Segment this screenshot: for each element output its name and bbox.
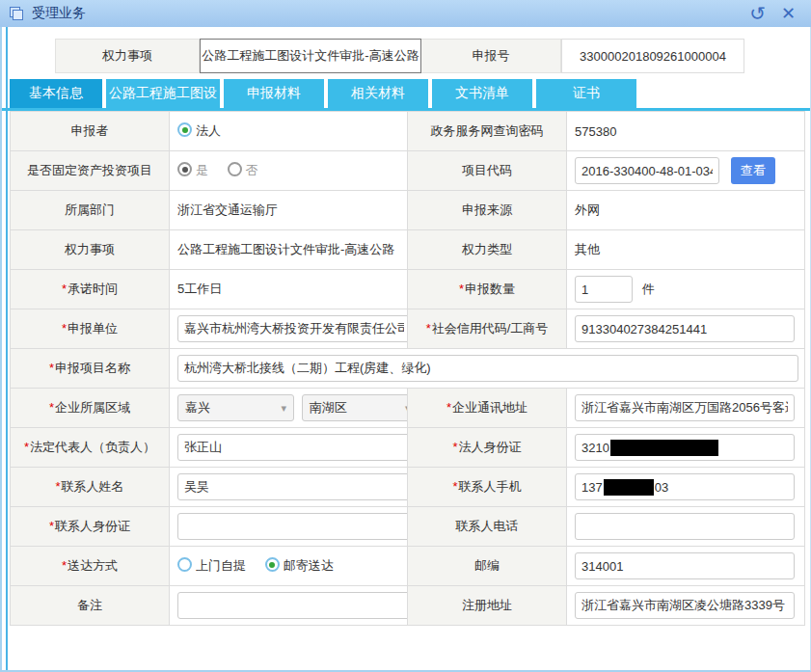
zipcode-label: 邮编 bbox=[408, 547, 567, 586]
legal-person-value bbox=[170, 428, 408, 468]
reg-address-input[interactable] bbox=[575, 592, 795, 619]
table-row: *联系人姓名 *联系人手机 13703 bbox=[11, 468, 805, 507]
remark-input[interactable] bbox=[177, 592, 408, 619]
contact-id-value bbox=[170, 507, 408, 547]
reg-address-value bbox=[567, 586, 805, 626]
table-row: *申报单位 *社会信用代码/工商号 bbox=[11, 309, 805, 349]
project-code-value: 查看 bbox=[567, 151, 805, 191]
view-button[interactable]: 查看 bbox=[731, 157, 775, 184]
table-row: 所属部门 浙江省交通运输厅 申报来源 外网 bbox=[11, 191, 805, 230]
region-district-select[interactable]: 南湖区▾ bbox=[302, 394, 408, 421]
credit-code-value bbox=[567, 309, 805, 349]
table-row: 权力事项 公路工程施工图设计文件审批-高速公路 权力类型 其他 bbox=[11, 230, 805, 270]
power-item-label: 权力事项 bbox=[11, 230, 170, 270]
contact-name-label: *联系人姓名 bbox=[11, 468, 170, 507]
contact-id-input[interactable] bbox=[177, 513, 408, 540]
table-row: *法定代表人（负责人） *法人身份证 3210 bbox=[11, 428, 805, 468]
contact-mobile-input[interactable]: 13703 bbox=[575, 473, 795, 500]
power-item-value: 公路工程施工图设计文件审批-高速公路 bbox=[170, 230, 408, 270]
legal-person-radio[interactable] bbox=[177, 122, 192, 137]
fixed-asset-yes-label: 是 bbox=[196, 163, 208, 177]
project-code-label: 项目代码 bbox=[408, 151, 567, 191]
close-icon[interactable]: ✕ bbox=[781, 4, 796, 23]
query-password-value: 575380 bbox=[567, 112, 805, 151]
department-value: 浙江省交通运输厅 bbox=[170, 191, 408, 230]
delivery-pickup-label: 上门自提 bbox=[196, 558, 246, 573]
tab-basic-info[interactable]: 基本信息 bbox=[10, 79, 102, 108]
fixed-asset-yes-radio bbox=[177, 162, 192, 176]
project-name-label: *申报项目名称 bbox=[11, 349, 170, 389]
declarant-label: 申报者 bbox=[11, 112, 170, 151]
legal-id-label: *法人身份证 bbox=[408, 428, 567, 468]
contact-id-label: *联系人身份证 bbox=[11, 507, 170, 547]
project-name-input[interactable] bbox=[177, 355, 798, 382]
legal-id-value: 3210 bbox=[567, 428, 805, 468]
contact-name-value bbox=[170, 468, 408, 507]
fixed-asset-label: 是否固定资产投资项目 bbox=[11, 151, 170, 191]
power-type-value: 其他 bbox=[567, 230, 805, 270]
project-code-input[interactable] bbox=[575, 157, 719, 184]
table-row: 申报者 法人 政务服务网查询密码 575380 bbox=[11, 112, 805, 151]
declarant-value: 法人 bbox=[170, 112, 408, 151]
delivery-mail-radio[interactable] bbox=[265, 557, 280, 572]
power-item-header-value: 公路工程施工图设计文件审批-高速公路 bbox=[200, 39, 421, 73]
delivery-pickup-radio[interactable] bbox=[177, 557, 192, 572]
credit-code-label: *社会信用代码/工商号 bbox=[408, 309, 567, 349]
tab-highway-design[interactable]: 公路工程施工图设 bbox=[106, 79, 220, 108]
contact-mobile-value: 13703 bbox=[567, 468, 805, 507]
table-row: *申报项目名称 bbox=[11, 349, 805, 389]
tab-related-materials[interactable]: 相关材料 bbox=[328, 79, 428, 108]
fixed-asset-no-label: 否 bbox=[246, 163, 258, 177]
doc-header: 权力事项 公路工程施工图设计文件审批-高速公路 申报号 330000201809… bbox=[55, 39, 810, 73]
tab-declare-materials[interactable]: 申报材料 bbox=[224, 79, 324, 108]
fixed-asset-no-radio bbox=[228, 162, 242, 176]
legal-id-input[interactable]: 3210 bbox=[575, 434, 795, 461]
window-title: 受理业务 bbox=[32, 5, 86, 22]
declare-unit-input[interactable] bbox=[177, 315, 408, 342]
declare-unit-label: *申报单位 bbox=[11, 309, 170, 349]
tab-certificate[interactable]: 证书 bbox=[536, 79, 636, 108]
declare-no-header-value: 330000201809261000004 bbox=[561, 39, 744, 73]
table-row: 备注 注册地址 bbox=[11, 586, 805, 626]
remark-value bbox=[170, 586, 408, 626]
declare-count-value: 件 bbox=[567, 270, 805, 309]
region-label: *企业所属区域 bbox=[11, 389, 170, 428]
contact-phone-input[interactable] bbox=[575, 513, 795, 540]
contact-phone-value bbox=[567, 507, 805, 547]
refresh-icon[interactable]: ↺ bbox=[749, 4, 766, 23]
legal-person-input[interactable] bbox=[177, 434, 408, 461]
table-row: *承诺时间 5工作日 *申报数量 件 bbox=[11, 270, 805, 309]
region-city-select[interactable]: 嘉兴▾ bbox=[177, 394, 294, 421]
legal-person-label: *法定代表人（负责人） bbox=[11, 428, 170, 468]
declare-count-unit: 件 bbox=[642, 282, 655, 296]
tab-document-list[interactable]: 文书清单 bbox=[432, 79, 532, 108]
reg-address-label: 注册地址 bbox=[408, 586, 567, 626]
region-value: 嘉兴▾ 南湖区▾ bbox=[170, 389, 408, 428]
declare-count-input[interactable] bbox=[575, 276, 633, 303]
remark-label: 备注 bbox=[11, 586, 170, 626]
query-password-label: 政务服务网查询密码 bbox=[408, 112, 567, 151]
declare-unit-value bbox=[170, 309, 408, 349]
department-label: 所属部门 bbox=[11, 191, 170, 230]
table-row: *送达方式 上门自提 邮寄送达 邮编 bbox=[11, 547, 805, 586]
legal-person-radio-label: 法人 bbox=[196, 123, 221, 138]
company-address-input[interactable] bbox=[575, 394, 795, 421]
contact-mobile-label: *联系人手机 bbox=[408, 468, 567, 507]
company-address-label: *企业通讯地址 bbox=[408, 389, 567, 428]
window-icon bbox=[10, 7, 24, 20]
fixed-asset-value: 是 否 bbox=[170, 151, 408, 191]
zipcode-value bbox=[567, 547, 805, 586]
declare-source-value: 外网 bbox=[567, 191, 805, 230]
promise-time-value: 5工作日 bbox=[170, 270, 408, 309]
window-titlebar: 受理业务 ↺ ✕ bbox=[0, 0, 811, 27]
power-type-label: 权力类型 bbox=[408, 230, 567, 270]
contact-name-input[interactable] bbox=[177, 473, 408, 500]
declare-no-header-label: 申报号 bbox=[421, 39, 561, 73]
zipcode-input[interactable] bbox=[575, 552, 795, 579]
table-row: *联系人身份证 联系人电话 bbox=[11, 507, 805, 547]
redaction-block bbox=[604, 479, 654, 496]
credit-code-input[interactable] bbox=[575, 315, 795, 342]
project-name-value bbox=[170, 349, 805, 389]
window-body: 权力事项 公路工程施工图设计文件审批-高速公路 申报号 330000201809… bbox=[0, 27, 811, 672]
power-item-header-label: 权力事项 bbox=[55, 39, 200, 73]
